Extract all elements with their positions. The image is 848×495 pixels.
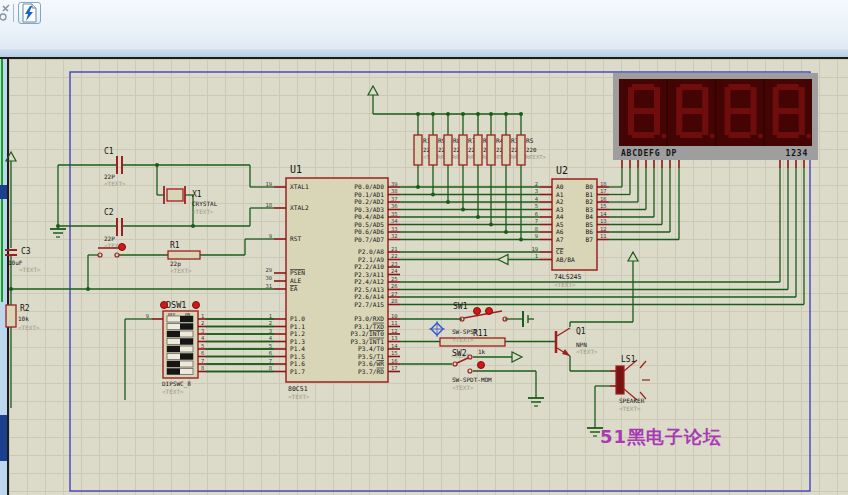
reset-button-contact[interactable]: [98, 253, 102, 257]
value-X1: CRYSTAL: [192, 200, 218, 207]
terminal-right-arrow[interactable]: [512, 352, 522, 362]
display-digit-labels: 1234: [786, 149, 808, 158]
pin-name: P0.3/AD3: [354, 206, 384, 213]
dip-slider[interactable]: [180, 339, 193, 345]
pin-num: 10: [391, 313, 398, 319]
switch-contact[interactable]: [468, 369, 472, 373]
resistor-R7[interactable]: [459, 135, 467, 165]
speaker-cone-line[interactable]: [640, 361, 646, 368]
junction-dot: [431, 112, 435, 116]
pin-num: 32: [391, 233, 398, 239]
speaker-LS1[interactable]: [616, 366, 624, 394]
power-terminal[interactable]: [368, 86, 378, 95]
reset-button-contact[interactable]: [115, 253, 119, 257]
text-placeholder: <TEXT>: [170, 267, 192, 274]
pin-num: 39: [391, 181, 398, 187]
pin-name: XTAL1: [290, 183, 309, 190]
dip-slider[interactable]: [180, 316, 193, 322]
7seg-segment: [702, 111, 708, 135]
dip-slider[interactable]: [167, 346, 180, 352]
pin-name: P0.2/AD2: [354, 198, 384, 205]
resistor-R9[interactable]: [429, 135, 437, 165]
ref-C3: C3: [21, 247, 31, 256]
resistor-R6[interactable]: [474, 135, 482, 165]
dip-slider[interactable]: [180, 354, 193, 360]
switch-actuator-dot[interactable]: [193, 302, 200, 309]
pin-num: 5: [535, 203, 538, 209]
value-Q1: NPN: [576, 341, 587, 348]
pin-num: 8: [269, 365, 272, 371]
pin-name: P2.6/A14: [354, 293, 384, 300]
dip-slider[interactable]: [167, 361, 180, 367]
7seg-segment: [632, 108, 654, 114]
pin-num: 6: [269, 350, 272, 356]
resistor-R1[interactable]: [168, 251, 200, 259]
junction-dot: [86, 287, 90, 291]
switch-contact[interactable]: [453, 362, 457, 366]
pin-num: 3: [269, 328, 272, 334]
pin-num: 37: [391, 196, 398, 202]
pin-num: 34: [391, 218, 398, 224]
power-terminal[interactable]: [6, 152, 16, 161]
text-placeholder: <TEXT>: [526, 154, 547, 160]
pin-num: 4: [535, 196, 539, 202]
value-U2: 74LS245: [554, 273, 581, 281]
pin-name: P2.0/A8: [358, 248, 384, 255]
pin-num: 17: [391, 365, 398, 371]
pin-num: 35: [391, 211, 398, 217]
pin-num: 3: [535, 188, 538, 194]
watermark-text: 51黑电子论坛: [600, 426, 722, 447]
pin-name: PSEN: [290, 269, 305, 276]
display-segment-labels: ABCDEFG DP: [621, 149, 677, 158]
switch-actuator-dot[interactable]: [474, 308, 481, 315]
switch-lever[interactable]: [464, 311, 502, 318]
pin-num: 23: [391, 261, 398, 267]
resistor-R3[interactable]: [502, 135, 510, 165]
transistor-collector[interactable]: [557, 328, 570, 336]
pin-num: 30: [265, 275, 272, 281]
7seg-segment: [777, 132, 799, 138]
pin-name: CE: [556, 248, 564, 255]
pin-name: A4: [556, 213, 564, 220]
ref-U1: U1: [290, 164, 302, 175]
resistor-R8[interactable]: [444, 135, 452, 165]
ref-X1: X1: [192, 190, 202, 199]
dip-slider[interactable]: [167, 369, 180, 375]
power-terminal[interactable]: [628, 252, 638, 261]
terminal-left-arrow[interactable]: [498, 255, 508, 265]
7seg-segment: [729, 132, 751, 138]
value-LS1: SPEAKER: [619, 397, 645, 404]
7seg-segment: [628, 111, 634, 135]
7seg-segment: [773, 87, 779, 111]
resistor-R2[interactable]: [6, 305, 16, 327]
7seg-segment: [777, 84, 799, 90]
resistor-R4[interactable]: [487, 135, 495, 165]
pin-name: P0.6/AD6: [354, 228, 384, 235]
value-R2: 10k: [18, 315, 29, 322]
text-placeholder: <TEXT>: [288, 393, 310, 400]
pin-num: 1: [201, 313, 204, 319]
pin-name: P1.3: [290, 338, 305, 345]
pin-num: 1: [269, 313, 272, 319]
resistor-R10[interactable]: [414, 135, 422, 165]
pin-name: P2.1/A9: [358, 256, 384, 263]
value-SW1: SW-SPST: [452, 328, 478, 335]
value-R5: 220: [526, 147, 537, 153]
resistor-R5[interactable]: [517, 135, 525, 165]
dip-slider[interactable]: [167, 331, 180, 337]
schematic-drawing[interactable]: R10220<TEXT>R9220<TEXT>R8220<TEXT>R7220<…: [0, 0, 848, 495]
crystal-X1[interactable]: [167, 189, 183, 201]
value-U1: 80C51: [288, 385, 308, 393]
pin-num: 1: [535, 253, 538, 259]
7seg-segment: [725, 111, 731, 135]
pin-name: P2.2/A10: [354, 263, 384, 270]
dip-slider[interactable]: [180, 324, 193, 330]
switch-actuator-dot[interactable]: [161, 302, 168, 309]
switch-actuator-dot[interactable]: [478, 362, 485, 369]
switch-actuator-dot[interactable]: [119, 244, 126, 251]
pin-name: P0.5/AD5: [354, 221, 384, 228]
switch-actuator-dot[interactable]: [486, 308, 493, 315]
ref-C1: C1: [104, 147, 114, 156]
pin-num: 29: [265, 267, 272, 273]
7seg-segment: [729, 108, 751, 114]
